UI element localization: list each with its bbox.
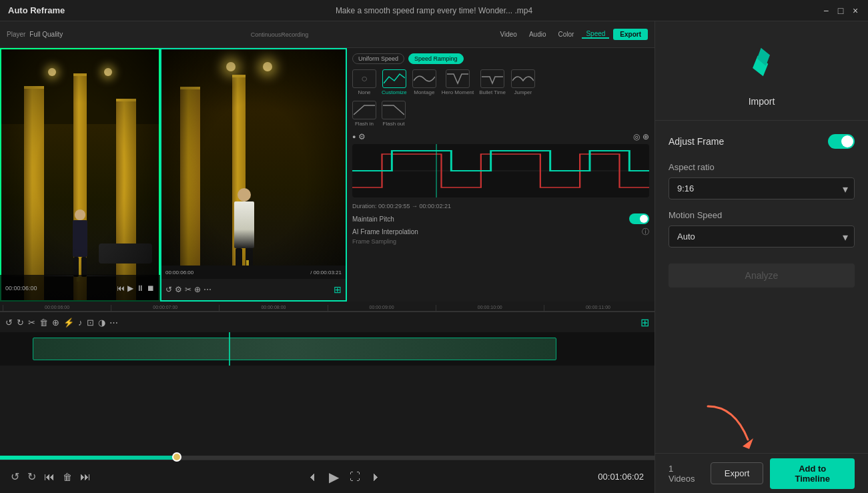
garage-scene (0, 48, 160, 302)
color-tab[interactable]: Color (554, 31, 578, 38)
undo-transport-icon[interactable]: ↺ (11, 470, 19, 483)
mini-play-icon[interactable]: ▶ (127, 284, 133, 293)
add-to-timeline-button[interactable]: Add to Timeline (770, 458, 855, 489)
delete-transport-icon[interactable]: 🗑 (63, 472, 72, 482)
main-layout: Player Full Quality ContinuousRecording … (0, 21, 868, 493)
tool-grid-icon[interactable]: ⊞ (640, 316, 649, 329)
export-action-button[interactable]: Export (711, 462, 764, 484)
scrubber-progress (0, 456, 177, 460)
speed-tab[interactable]: Speed (582, 30, 609, 39)
tool-color-icon[interactable]: ◑ (98, 318, 105, 328)
timeline-track (0, 332, 655, 366)
right-sidebar: Import Adjust Frame Aspect ratio 9:16 16… (655, 21, 868, 493)
inner-video-row: 00:00:06:00 ⏮ ▶ ⏸ ⏹ (0, 48, 655, 302)
minimize-button[interactable]: − (821, 6, 831, 15)
grid-icon[interactable]: ⊞ (334, 284, 342, 295)
tool-undo-icon[interactable]: ↺ (5, 318, 13, 328)
arrow-indicator-icon (695, 400, 761, 453)
window-controls: − □ × (821, 6, 860, 15)
tool-split-icon[interactable]: ⊕ (52, 318, 59, 328)
scrubber-bar[interactable] (0, 456, 655, 460)
center-person-body (234, 201, 254, 248)
ruler-mark-1: 00:00:07:00 (111, 305, 219, 311)
export-button[interactable]: Export (613, 29, 648, 40)
maintain-pitch-toggle[interactable] (629, 213, 649, 224)
mini-skip-back-icon[interactable]: ⏮ (117, 284, 125, 293)
car (99, 243, 152, 264)
mini-stop-icon[interactable]: ⏹ (147, 284, 155, 293)
import-button[interactable]: Import (749, 96, 775, 107)
frame-back-icon[interactable]: ⏴ (308, 471, 318, 483)
graph-label: ● (352, 133, 356, 140)
tool-more-icon[interactable]: ⋯ (109, 318, 118, 328)
tool-crop-icon[interactable]: ⊡ (87, 318, 94, 328)
center-preview: 00:00:06:00 / 00:00:03:21 ↺ ⚙ ✂ ⊕ ⋯ ⊞ (160, 48, 347, 302)
center-controls: ↺ ⚙ ✂ ⊕ ⋯ ⊞ (161, 279, 346, 300)
frame-fwd-icon[interactable]: ⏵ (371, 471, 382, 483)
preset-jumper[interactable]: Jumper (511, 69, 535, 95)
audio-tab[interactable]: Audio (525, 31, 550, 38)
scrubber-thumb[interactable] (172, 452, 181, 462)
preset-hero[interactable]: Hero Moment (442, 69, 474, 95)
preset-jumper-icon (511, 69, 535, 88)
preset-customize[interactable]: Customize (382, 69, 407, 95)
tool-speed-icon[interactable]: ⚡ (63, 318, 74, 328)
preset-customize-icon (382, 69, 406, 88)
ai-frame-info-icon[interactable]: ⓘ (642, 227, 649, 237)
preset-montage[interactable]: Montage (412, 69, 436, 95)
more-icon[interactable]: ⋯ (203, 285, 211, 294)
redo-transport-icon[interactable]: ↻ (27, 470, 36, 483)
skip-start-icon[interactable]: ⏮ (44, 471, 55, 483)
tool-redo-icon[interactable]: ↻ (17, 318, 24, 328)
preset-bullet-icon (480, 69, 504, 88)
mini-pause-icon[interactable]: ⏸ (136, 284, 144, 293)
center-person (234, 188, 254, 275)
preset-flash-in-icon (352, 101, 376, 119)
preset-hero-icon (446, 69, 470, 88)
uniform-speed-btn[interactable]: Uniform Speed (352, 53, 404, 64)
tool-audio-icon[interactable]: ♪ (78, 318, 83, 328)
preset-none[interactable]: ○ None (352, 69, 376, 95)
cut-icon[interactable]: ✂ (185, 285, 191, 294)
preset-flash-out[interactable]: Flash out (382, 101, 406, 127)
ruler-mark-5: 00:00:11:00 (544, 305, 652, 311)
video-tab[interactable]: Video (496, 31, 521, 38)
motion-speed-select-wrapper[interactable]: Auto Slow Normal Fast (669, 225, 855, 248)
person-head (75, 209, 85, 220)
fullscreen-icon[interactable]: ⛶ (350, 471, 360, 483)
graph-more-icon[interactable]: ⊕ (642, 132, 649, 141)
editor-area: Player Full Quality ContinuousRecording … (0, 21, 655, 493)
motion-speed-section: Motion Speed Auto Slow Normal Fast (669, 210, 855, 248)
timeline-clip-main[interactable] (33, 338, 556, 360)
maximize-button[interactable]: □ (836, 6, 845, 15)
undo-icon[interactable]: ↺ (165, 285, 172, 294)
preset-jumper-label: Jumper (514, 89, 532, 95)
graph-edit-icon[interactable]: ◎ (633, 132, 640, 141)
inner-topbar: Player Full Quality ContinuousRecording … (0, 21, 655, 48)
play-icon[interactable]: ▶ (329, 469, 339, 485)
tool-cut-icon[interactable]: ✂ (28, 318, 35, 328)
analyze-button[interactable]: Analyze (669, 264, 855, 288)
transport-left: ↺ ↻ ⏮ 🗑 ⏭ (11, 470, 91, 483)
mini-time: 00:00:06:00 (5, 285, 37, 292)
person-leg-right (81, 257, 87, 277)
adjust-frame-label: Adjust Frame (669, 136, 724, 147)
speed-ramping-btn[interactable]: Speed Ramping (408, 53, 464, 64)
aspect-ratio-select-wrapper[interactable]: 9:16 16:9 4:3 1:1 4:5 (669, 177, 855, 199)
preset-montage-label: Montage (414, 89, 434, 95)
motion-speed-select[interactable]: Auto Slow Normal Fast (669, 225, 855, 248)
settings-icon[interactable]: ⚙ (175, 285, 182, 294)
preset-bullet[interactable]: Bullet Time (479, 69, 506, 95)
preset-customize-label: Customize (382, 89, 407, 95)
skip-end-icon[interactable]: ⏭ (80, 471, 91, 483)
ai-frame-label: AI Frame Interpolation (352, 228, 418, 235)
adjust-frame-knob (841, 135, 853, 147)
motion-speed-label: Motion Speed (669, 210, 855, 220)
preset-flash-in[interactable]: Flash in (352, 101, 376, 127)
close-button[interactable]: × (851, 6, 860, 15)
split-icon[interactable]: ⊕ (194, 285, 201, 294)
tool-delete-icon[interactable]: 🗑 (39, 318, 48, 328)
aspect-ratio-select[interactable]: 9:16 16:9 4:3 1:1 4:5 (669, 177, 855, 199)
graph-gear-icon[interactable]: ⚙ (358, 132, 366, 141)
adjust-frame-toggle[interactable] (828, 134, 855, 149)
